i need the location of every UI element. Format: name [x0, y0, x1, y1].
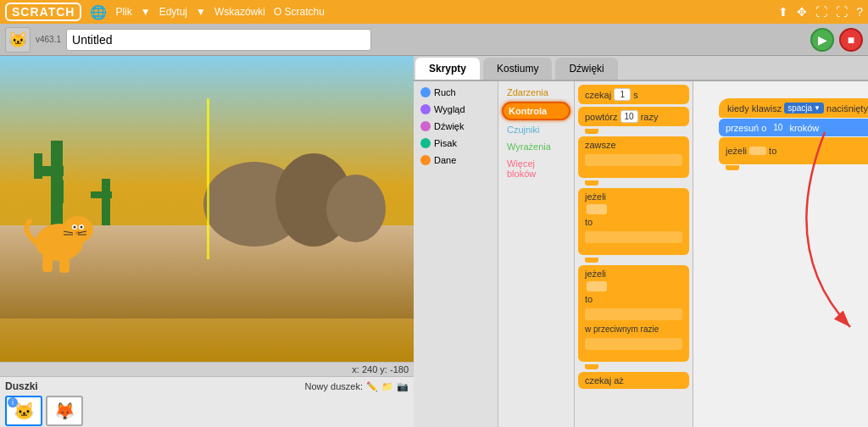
upload-icon[interactable]: ⬆ [778, 5, 788, 19]
tabs-bar: Skrypty Kostiumy Dźwięki [414, 56, 868, 81]
cat-label-wyglad: Wygląd [434, 104, 465, 114]
block-jezeli1-notch [585, 258, 598, 263]
duszki-list: i 🐱 🦊 [5, 396, 409, 426]
jezeli-slot1 [587, 204, 607, 214]
svg-rect-11 [207, 98, 209, 259]
fullscreen-icon[interactable]: ⛶ [815, 5, 827, 19]
block-czekajaz[interactable]: czekaj aż [578, 372, 689, 389]
help-icon[interactable]: ? [856, 5, 863, 19]
stage-area: x: 240 y: -180 Duszki Nowy duszek: ✏️ 📁 … [0, 56, 414, 427]
block-powtorz[interactable]: powtórz 10 razy [578, 107, 689, 126]
stage [0, 56, 414, 362]
cat-dot-pisak [420, 138, 431, 148]
block-powtorz-input[interactable]: 10 [620, 110, 638, 123]
project-title-input[interactable] [66, 29, 371, 51]
duszki-panel: Duszki Nowy duszek: ✏️ 📁 📷 i 🐱 🦊 [0, 376, 414, 427]
coords-bar: x: 240 y: -180 [0, 362, 414, 376]
placed-slot [749, 147, 766, 155]
move-icon[interactable]: ✥ [797, 5, 807, 19]
categories-panel: Ruch Wygląd Dźwięk Pisak Dane [414, 81, 498, 427]
sub-categories-panel: Zdarzenia Kontrola Czujniki Wyrażenia Wi… [498, 81, 575, 427]
placed-hat-block[interactable]: kiedy klawisz spacja naciśnięty [719, 98, 868, 118]
stage-background [0, 56, 414, 319]
svg-rect-26 [59, 258, 70, 273]
sprite-thumbnail: 🐱 [5, 27, 31, 53]
jezeli-slot2 [587, 281, 607, 291]
scripts-panel: Ruch Wygląd Dźwięk Pisak Dane [414, 81, 868, 427]
sprite-item-cat[interactable]: i 🐱 [5, 396, 42, 426]
cat-ruch[interactable]: Ruch [417, 85, 494, 100]
tab-sounds[interactable]: Dźwięki [555, 58, 617, 80]
block-czekaj-input[interactable]: 1 [614, 88, 631, 101]
cat-dot-dzwiek [420, 121, 431, 131]
menu-about[interactable]: O Scratchu [274, 6, 325, 18]
block-jezeli2-notch [585, 364, 598, 369]
block-zawsze[interactable]: zawsze [578, 136, 689, 178]
tab-scripts[interactable]: Skrypty [415, 58, 480, 80]
svg-rect-10 [91, 191, 112, 198]
stop-button[interactable]: ■ [839, 28, 863, 52]
cat-pisak[interactable]: Pisak [417, 136, 494, 151]
folder-icon[interactable]: 📁 [381, 381, 393, 392]
cat-label-pisak: Pisak [434, 138, 457, 148]
main-area: x: 240 y: -180 Duszki Nowy duszek: ✏️ 📁 … [0, 56, 868, 427]
block-jezeli1[interactable]: jeżeli to [578, 188, 689, 255]
menu-tips[interactable]: Wskazówki [214, 6, 265, 18]
svg-rect-7 [34, 153, 42, 179]
svg-point-17 [74, 226, 76, 229]
cat-dane[interactable]: Dane [417, 152, 494, 168]
menu-file[interactable]: Plik [115, 6, 131, 18]
tab-costumes[interactable]: Kostiumy [483, 58, 552, 80]
placed-control-block[interactable]: jeżeli to [719, 137, 868, 164]
right-panel: Skrypty Kostiumy Dźwięki Ruch Wygląd Dźw… [414, 56, 868, 427]
block-czekaj[interactable]: czekaj 1 s [578, 85, 689, 104]
cat-wyglad[interactable]: Wygląd [417, 102, 494, 117]
scratch-logo: SCRATCH [5, 3, 81, 21]
toolbar: 🐱 v463.1 ▶ ■ [0, 24, 868, 56]
nowy-duszek-label: Nowy duszek: [305, 381, 363, 391]
subcat-czujniki[interactable]: Czujniki [502, 122, 570, 137]
svg-rect-9 [102, 179, 110, 225]
block-zawsze-notch [585, 180, 598, 186]
cat-label-dzwiek: Dźwięk [434, 121, 464, 131]
toolbar-icons: ⬆ ✥ ⛶ ⛶ ? [778, 5, 863, 19]
placed-dropdown-spacja[interactable]: spacja [784, 103, 824, 114]
cat-dzwiek[interactable]: Dźwięk [417, 119, 494, 134]
scripting-area[interactable]: kiedy klawisz spacja naciśnięty przesuń … [693, 81, 868, 427]
svg-rect-25 [42, 255, 53, 272]
block-jezeli1-mouth [585, 231, 682, 243]
block-wprzyp-label: w przeciwnym razie [585, 324, 659, 334]
placed-motion-input[interactable]: 10 [769, 122, 787, 133]
svg-rect-8 [55, 179, 64, 204]
version-label: v463.1 [36, 35, 61, 44]
blocks-area: czekaj 1 s powtórz 10 razy zawsze jeżeli… [575, 81, 693, 427]
cat-dot-dane [420, 155, 431, 165]
duszki-label: Duszki [5, 380, 38, 392]
info-icon[interactable]: i [8, 397, 18, 408]
globe-icon[interactable]: 🌐 [90, 4, 107, 20]
svg-point-19 [81, 226, 83, 229]
camera-icon[interactable]: 📷 [397, 381, 409, 392]
menu-edit[interactable]: Edytuj [159, 6, 187, 18]
paint-icon[interactable]: ✏️ [366, 381, 378, 392]
block-zawsze-mouth [585, 154, 682, 166]
subcat-wyrazenia[interactable]: Wyrażenia [502, 139, 570, 154]
cat-label-dane: Dane [434, 155, 456, 165]
placed-notch [726, 165, 739, 170]
block-group-1: kiedy klawisz spacja naciśnięty przesuń … [719, 98, 868, 170]
subcat-wiecej[interactable]: Więcej bloków [502, 156, 570, 181]
block-jezeli2[interactable]: jeżeli to w przeciwnym razie [578, 265, 689, 362]
green-flag-button[interactable]: ▶ [810, 28, 834, 52]
block-powtorz-notch [585, 129, 598, 134]
placed-motion-block[interactable]: przesuń o 10 kroków [719, 119, 868, 136]
presentation-icon[interactable]: ⛶ [836, 5, 848, 19]
menu-bar: SCRATCH 🌐 Plik▼ Edytuj▼ Wskazówki O Scra… [0, 0, 868, 24]
subcat-kontrola[interactable]: Kontrola [502, 102, 570, 120]
svg-point-4 [326, 175, 386, 242]
cat-label-ruch: Ruch [434, 87, 456, 97]
cat-dot-ruch [420, 87, 431, 97]
subcat-zdarzenia[interactable]: Zdarzenia [502, 85, 570, 100]
svg-point-13 [63, 216, 93, 243]
block-jezeli2-mouth2 [585, 338, 682, 350]
sprite-item-other[interactable]: 🦊 [46, 396, 83, 426]
